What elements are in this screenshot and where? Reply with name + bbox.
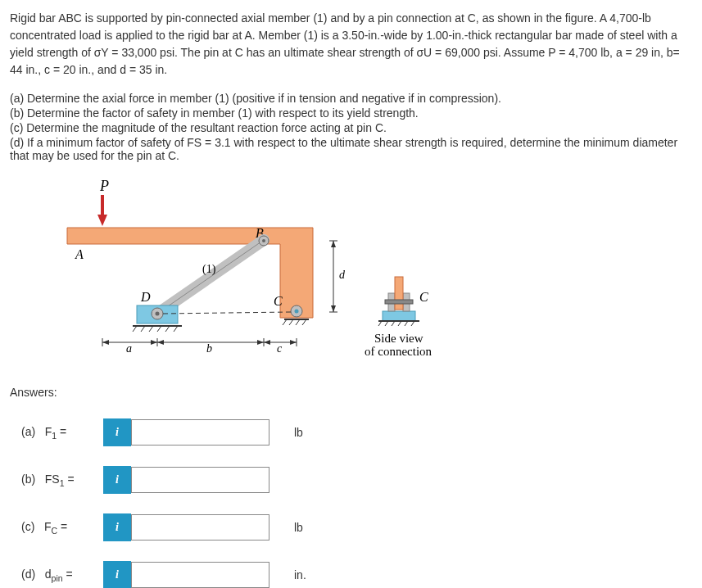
- svg-marker-35: [264, 340, 270, 345]
- answer-input-a[interactable]: [131, 419, 269, 446]
- answer-input-c[interactable]: [131, 514, 269, 541]
- dim-b: b: [206, 342, 212, 355]
- part-d: (d) If a minimum factor of safety of FS …: [10, 136, 692, 162]
- svg-rect-52: [395, 277, 403, 310]
- dim-c: c: [277, 342, 283, 355]
- svg-marker-41: [331, 305, 336, 312]
- label-P: P: [99, 179, 109, 194]
- svg-point-5: [262, 239, 265, 242]
- svg-line-19: [296, 319, 300, 325]
- problem-figure: P A B D (1) C: [51, 179, 692, 369]
- answer-unit-c: lb: [294, 521, 327, 534]
- svg-rect-53: [385, 300, 413, 304]
- dim-d: d: [339, 269, 346, 281]
- info-icon-a[interactable]: i: [103, 418, 131, 446]
- svg-line-20: [302, 319, 306, 325]
- svg-line-18: [289, 319, 293, 325]
- info-icon-c[interactable]: i: [103, 513, 131, 541]
- answer-label-b: (b) FS1 =: [10, 473, 103, 488]
- info-icon-d[interactable]: i: [103, 561, 131, 588]
- answers-header: Answers:: [10, 386, 692, 399]
- label-A: A: [75, 247, 84, 261]
- dim-a: a: [126, 342, 132, 355]
- svg-point-8: [156, 312, 160, 316]
- answer-label-a: (a) F1 =: [10, 425, 103, 441]
- svg-line-14: [165, 326, 170, 332]
- svg-line-11: [141, 326, 145, 332]
- svg-point-22: [295, 310, 299, 314]
- svg-marker-40: [331, 241, 336, 247]
- answer-row-d: (d) dpin = i in.: [10, 561, 692, 588]
- part-b: (b) Determine the factor of safety in me…: [10, 106, 692, 120]
- answer-label-d: (d) dpin =: [10, 568, 103, 583]
- svg-line-17: [283, 319, 287, 325]
- svg-marker-27: [102, 340, 109, 345]
- svg-line-12: [149, 326, 153, 332]
- answer-row-a: (a) F1 = i lb: [10, 418, 692, 446]
- svg-marker-32: [257, 340, 264, 345]
- svg-line-15: [174, 326, 178, 332]
- answer-input-b[interactable]: [131, 467, 269, 493]
- problem-paragraph-1: Rigid bar ABC is supported by pin-connec…: [10, 10, 692, 79]
- answer-input-d[interactable]: [131, 562, 269, 588]
- answer-label-c: (c) FC =: [10, 520, 103, 536]
- svg-marker-31: [157, 340, 164, 345]
- answer-unit-d: in.: [294, 568, 327, 581]
- svg-rect-42: [383, 311, 415, 321]
- answer-row-c: (c) FC = i lb: [10, 513, 692, 541]
- label-C: C: [274, 294, 283, 308]
- svg-marker-36: [290, 340, 297, 345]
- svg-line-13: [157, 326, 161, 332]
- svg-line-3: [157, 240, 264, 314]
- side-view-1: Side view: [374, 332, 423, 345]
- label-D: D: [140, 290, 151, 304]
- svg-marker-28: [151, 340, 157, 345]
- answer-unit-a: lb: [294, 426, 327, 439]
- svg-marker-1: [97, 215, 107, 226]
- label-one: (1): [202, 263, 216, 276]
- side-C: C: [419, 290, 428, 304]
- part-a: (a) Determine the axial force in member …: [10, 92, 692, 105]
- side-view-2: of connection: [365, 345, 433, 358]
- svg-line-23: [163, 312, 291, 314]
- answer-row-b: (b) FS1 = i: [10, 466, 692, 494]
- svg-line-10: [133, 326, 137, 332]
- part-c: (c) Determine the magnitude of the resul…: [10, 121, 692, 134]
- info-icon-b[interactable]: i: [103, 466, 131, 494]
